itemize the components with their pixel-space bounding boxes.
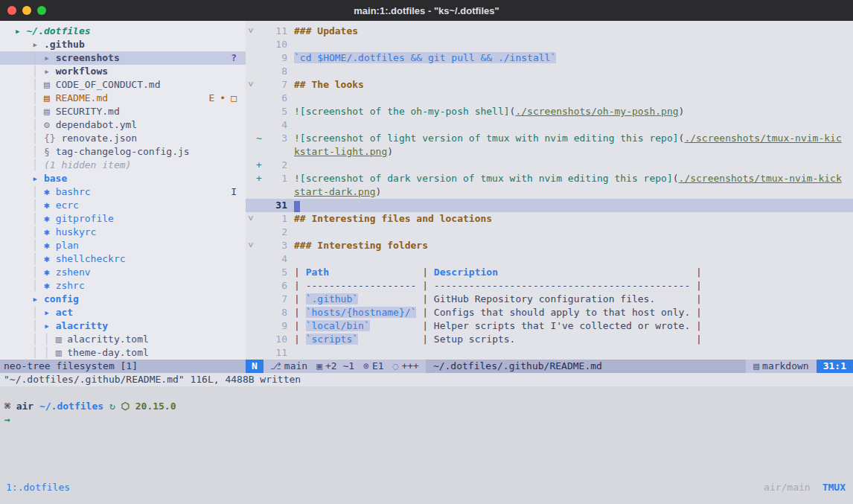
- git-sign: [256, 51, 265, 65]
- tree-item[interactable]: │ ▤ README.mdE•□: [0, 92, 246, 105]
- editor-line[interactable]: 31: [246, 199, 853, 212]
- editor-line[interactable]: 8: [246, 65, 853, 78]
- line-number: 3: [265, 132, 294, 145]
- editor-line[interactable]: 10: [246, 38, 853, 51]
- tree-item[interactable]: ▸ .github: [0, 38, 246, 51]
- tree-item-label: alacritty: [56, 319, 108, 333]
- fullscreen-button[interactable]: [37, 6, 46, 15]
- tree-item[interactable]: │ ✱ zshrc: [0, 279, 246, 293]
- editor-line[interactable]: 6: [246, 92, 853, 105]
- fold-icon: ˅: [246, 25, 256, 38]
- tree-item[interactable]: │ § tag-changelog-config.js: [0, 145, 246, 159]
- line-number: [265, 145, 294, 159]
- tree-item[interactable]: ▸ base: [0, 172, 246, 185]
- tree-item[interactable]: │ ▸ act: [0, 306, 246, 319]
- editor-line[interactable]: 2: [246, 226, 853, 239]
- diagnostics-token: ⊗E1: [363, 360, 383, 373]
- titlebar[interactable]: main:1:.dotfiles - "ks~/.dotfiles": [0, 0, 853, 21]
- tree-item-label: CODE_OF_CONDUCT.md: [56, 78, 161, 92]
- tree-item-label: plan: [56, 239, 79, 252]
- fold-icon: [246, 333, 256, 346]
- tree-item[interactable]: │ ✱ huskyrc: [0, 226, 246, 239]
- indent-guide: │: [9, 239, 44, 252]
- line-number: 4: [265, 252, 294, 266]
- git-sign: [256, 92, 265, 105]
- diagnostics-token-icon: ⊗: [363, 360, 369, 371]
- editor-line[interactable]: 8| `hosts/{hostname}/` | Configs that sh…: [246, 306, 853, 319]
- fold-icon: [246, 132, 256, 145]
- terminal-content: ▸ ~/.dotfiles ▸ .github │ ▸ screenshots?…: [0, 21, 853, 504]
- line-number: 11: [265, 25, 294, 38]
- line-number: 6: [265, 279, 294, 293]
- shellrc-file-icon: ✱: [44, 252, 56, 266]
- markdown-file-icon: ▤: [44, 92, 56, 105]
- fold-icon: [246, 65, 256, 78]
- editor-line[interactable]: ˅11### Updates: [246, 25, 853, 38]
- tree-item[interactable]: │ ⚙ dependabot.yml: [0, 118, 246, 132]
- tree-item[interactable]: │ {} renovate.json: [0, 132, 246, 145]
- editor-line[interactable]: 10| `scripts` | Setup scripts. |: [246, 333, 853, 346]
- tree-item[interactable]: │ ✱ gitprofile: [0, 212, 246, 226]
- fold-icon: [246, 92, 256, 105]
- indent-guide: │: [9, 185, 44, 199]
- editor-line[interactable]: 5![screenshot of the oh-my-posh shell](.…: [246, 105, 853, 118]
- git-sign: +: [256, 159, 265, 172]
- tmux-window-name[interactable]: 1:.dotfiles: [6, 480, 70, 495]
- shell-pane[interactable]: ⌘ air ~/.dotfiles ↻ ⬡ 20.15.0 →: [0, 386, 853, 479]
- editor-line[interactable]: 4: [246, 252, 853, 266]
- editor-line[interactable]: 11: [246, 346, 853, 360]
- git-diff-token: ▣+2 ~1: [316, 360, 354, 373]
- editor-line[interactable]: ˅1## Interesting files and locations: [246, 212, 853, 226]
- terminal-window: main:1:.dotfiles - "ks~/.dotfiles" ▸ ~/.…: [0, 0, 853, 504]
- tree-item[interactable]: │ ▤ SECURITY.md: [0, 105, 246, 118]
- editor-line[interactable]: start-dark.png): [246, 185, 853, 199]
- shellrc-file-icon: ✱: [44, 266, 56, 279]
- tree-item[interactable]: │ │ ▥ alacritty.toml: [0, 333, 246, 346]
- editor-line[interactable]: 9`cd $HOME/.dotfiles && git pull && ./in…: [246, 51, 853, 65]
- tree-item[interactable]: │ ▸ alacritty: [0, 319, 246, 333]
- indent-guide: │: [9, 145, 44, 159]
- tree-item[interactable]: │ │ ▥ theme-day.toml: [0, 346, 246, 360]
- git-sign: [256, 185, 265, 199]
- tree-item[interactable]: ▸ ~/.dotfiles: [0, 25, 246, 38]
- git-sign: [256, 346, 265, 360]
- tree-item[interactable]: │ (1 hidden item): [0, 159, 246, 172]
- editor-line[interactable]: +2: [246, 159, 853, 172]
- tree-item[interactable]: ▸ config: [0, 293, 246, 306]
- tree-item[interactable]: │ ▸ screenshots?: [0, 51, 246, 65]
- editor-line[interactable]: kstart-light.png): [246, 145, 853, 159]
- tree-item[interactable]: │ ✱ zshenv: [0, 266, 246, 279]
- git-sign: [256, 118, 265, 132]
- shellrc-file-icon: ✱: [44, 239, 56, 252]
- editor-line[interactable]: 4: [246, 118, 853, 132]
- editor-line[interactable]: 7| `.github` | GitHub Repository configu…: [246, 293, 853, 306]
- neo-tree-panel[interactable]: ▸ ~/.dotfiles ▸ .github │ ▸ screenshots?…: [0, 21, 246, 360]
- fold-icon: [246, 266, 256, 279]
- editor-line[interactable]: +1![screenshot of dark version of tmux w…: [246, 172, 853, 185]
- close-button[interactable]: [7, 6, 16, 15]
- git-sync-icon: ↻: [109, 401, 121, 412]
- line-number: 11: [265, 346, 294, 360]
- tree-item[interactable]: │ ✱ shellcheckrc: [0, 252, 246, 266]
- shell-prompt: ⌘ air ~/.dotfiles ↻ ⬡ 20.15.0: [4, 400, 853, 413]
- editor-line[interactable]: 9| `local/bin` | Helper scripts that I'v…: [246, 319, 853, 333]
- editor-line[interactable]: ˅7## The looks: [246, 78, 853, 92]
- editor-line[interactable]: 6| ------------------- | ---------------…: [246, 279, 853, 293]
- node-icon: ⬡: [121, 401, 135, 412]
- tree-item[interactable]: │ ✱ ecrc: [0, 199, 246, 212]
- tree-item[interactable]: │ ✱ plan: [0, 239, 246, 252]
- tree-item[interactable]: │ ▸ workflows: [0, 65, 246, 78]
- editor-line[interactable]: 5| Path | Description |: [246, 266, 853, 279]
- editor-line[interactable]: ˅3### Interesting folders: [246, 239, 853, 252]
- tree-item-label: SECURITY.md: [56, 105, 120, 118]
- editor-line[interactable]: ~3![screenshot of light version of tmux …: [246, 132, 853, 145]
- hunks-token: ◌+++: [393, 360, 419, 373]
- shellrc-file-icon: ✱: [44, 212, 56, 226]
- tmux-label: TMUX: [822, 480, 846, 495]
- tree-item[interactable]: │ ✱ bashrcI: [0, 185, 246, 199]
- editor-pane[interactable]: ˅11### Updates109`cd $HOME/.dotfiles && …: [246, 21, 853, 360]
- minimize-button[interactable]: [22, 6, 31, 15]
- indent-guide: │: [9, 118, 44, 132]
- tree-item[interactable]: │ ▤ CODE_OF_CONDUCT.md: [0, 78, 246, 92]
- fold-icon: ˅: [246, 212, 256, 226]
